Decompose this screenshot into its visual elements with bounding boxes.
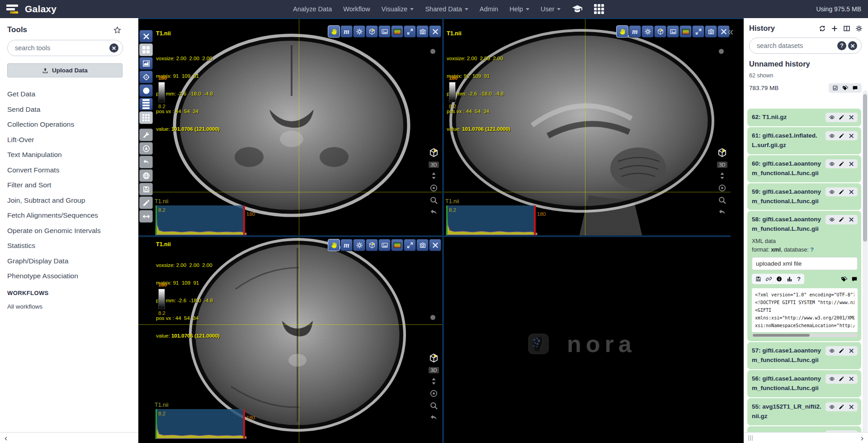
dataset-item-56[interactable]: 56: gifti.case1.aoantonym_functional.L.f…: [747, 370, 861, 397]
display-eye-icon[interactable]: [829, 161, 835, 167]
database-value[interactable]: ?: [810, 247, 814, 253]
display-eye-icon[interactable]: [829, 404, 835, 410]
pan-tool-button[interactable]: [328, 25, 340, 38]
overlay-image-button[interactable]: [378, 25, 391, 38]
chevron-right-icon[interactable]: ›: [861, 433, 863, 443]
dataset-item-57[interactable]: 57: gifti.case1.aoantonym_functional.L.f…: [747, 342, 861, 369]
tool-category-send-data[interactable]: Send Data: [7, 102, 138, 117]
view-3d-button[interactable]: [366, 239, 378, 251]
atlas-globe-button[interactable]: [139, 169, 153, 182]
quota-usage[interactable]: Using 975.5 MB: [816, 5, 861, 13]
scrollbar-thumb[interactable]: [863, 94, 867, 242]
tool-category-phenotype-association[interactable]: Phenotype Association: [7, 268, 138, 284]
edit-pencil-icon[interactable]: [839, 217, 844, 223]
dataset-label[interactable]: 59: gifti.case1.aoantonym_functional.L.f…: [752, 188, 821, 205]
measure-tool-button[interactable]: m: [340, 25, 353, 38]
chevron-left-icon[interactable]: ‹: [5, 433, 7, 443]
dataset-label[interactable]: 61: gifti.case1.inflated.L.surf.gii.gz: [752, 132, 817, 148]
tool-category-filter-and-sort[interactable]: Filter and Sort: [7, 177, 138, 193]
histogram-max-line[interactable]: [243, 409, 245, 439]
dataset-item-60[interactable]: 60: gifti.case1.aoantonym_functional.L.f…: [747, 155, 861, 182]
close-viewer-button[interactable]: [139, 30, 153, 43]
draw-button[interactable]: [139, 196, 153, 209]
menu-user[interactable]: User: [541, 5, 561, 13]
help-question-icon[interactable]: ?: [797, 276, 801, 282]
save-button[interactable]: [139, 183, 153, 195]
dataset-item-61[interactable]: 61: gifti.case1.inflated.L.surf.gii.gz: [747, 127, 861, 154]
dataset-item-58-expanded[interactable]: 58: gifti.case1.aoantonym_functional.L.f…: [747, 211, 861, 341]
menu-help[interactable]: Help: [509, 5, 529, 13]
slice-view-axial[interactable]: T1.nii voxsize: 2.00 2.00 2.00 matrix: 9…: [138, 237, 442, 443]
scrollbar-thumb[interactable]: [753, 334, 810, 337]
edit-pencil-icon[interactable]: [839, 114, 844, 120]
navigate-button[interactable]: [139, 142, 153, 155]
display-eye-icon[interactable]: [829, 133, 835, 139]
measure-tool-button[interactable]: m: [629, 25, 641, 38]
zoom-magnifier-icon[interactable]: [718, 196, 726, 205]
display-eye-icon[interactable]: [829, 189, 835, 195]
slice-updown-icon[interactable]: [429, 171, 438, 180]
history-options-gear-icon[interactable]: [855, 25, 863, 32]
panel-settings-button[interactable]: [353, 25, 365, 38]
3d-badge[interactable]: 3D: [717, 162, 727, 168]
screenshot-button[interactable]: [416, 25, 429, 38]
tool-category-fetch-alignments[interactable]: Fetch Alignments/Sequences: [7, 208, 138, 223]
display-eye-icon[interactable]: [829, 114, 835, 120]
history-collapse-bar[interactable]: ›: [744, 432, 868, 443]
center-target-icon[interactable]: [429, 389, 438, 398]
tool-category-join-subtract-group[interactable]: Join, Subtract and Group: [7, 193, 138, 208]
tools-search-input[interactable]: [7, 40, 123, 56]
fullscreen-button[interactable]: [692, 25, 704, 38]
dataset-annotation[interactable]: uploaded xml file: [752, 257, 858, 270]
dataset-label[interactable]: 57: gifti.case1.aoantonym_functional.L.f…: [752, 347, 821, 363]
crosshair-horizontal[interactable]: [138, 192, 442, 192]
center-target-icon[interactable]: [718, 184, 726, 192]
training-graduation-cap-icon[interactable]: [572, 4, 583, 14]
tool-category-genomic-intervals[interactable]: Operate on Genomic Intervals: [7, 223, 138, 238]
select-items-checkbox-icon[interactable]: [832, 85, 838, 91]
dataset-label[interactable]: 62: T1.nii.gz: [752, 114, 787, 120]
3d-badge[interactable]: 3D: [429, 367, 439, 373]
tags-icon[interactable]: [841, 276, 847, 282]
close-panel-button[interactable]: [429, 239, 441, 251]
collapse-viewer-button[interactable]: «: [727, 26, 733, 37]
intensity-histogram[interactable]: T1.nii 8.2 180: [155, 402, 247, 439]
tool-category-statistics[interactable]: Statistics: [7, 238, 138, 253]
visualize-chart-icon[interactable]: [787, 276, 793, 282]
tool-category-collection-operations[interactable]: Collection Operations: [7, 117, 138, 132]
edit-pencil-icon[interactable]: [839, 404, 844, 410]
tools-collapse-bar[interactable]: ‹: [0, 432, 138, 443]
view-3d-button[interactable]: [366, 25, 378, 38]
zoom-magnifier-icon[interactable]: [429, 196, 438, 205]
display-eye-icon[interactable]: [829, 376, 835, 382]
copy-link-icon[interactable]: [766, 276, 772, 282]
menu-analyze-data[interactable]: Analyze Data: [293, 5, 332, 13]
tool-category-graph-display-data[interactable]: Graph/Display Data: [7, 253, 138, 269]
delete-x-icon[interactable]: [849, 348, 854, 354]
close-panel-button[interactable]: [429, 25, 441, 38]
dataset-item-59[interactable]: 59: gifti.case1.aoantonym_functional.L.f…: [747, 183, 861, 210]
info-tool-button[interactable]: [139, 84, 153, 97]
resize-grip-icon[interactable]: [748, 435, 753, 441]
zoom-magnifier-icon[interactable]: [429, 401, 438, 410]
dataset-peek-xml[interactable]: <?xml version="1.0" encoding="UTF-8"?> <…: [752, 288, 858, 332]
histogram-max-line[interactable]: [534, 205, 536, 235]
histogram-tool-button[interactable]: [139, 57, 153, 70]
screenshot-button[interactable]: [416, 239, 429, 251]
histogram-min-line[interactable]: [156, 205, 157, 235]
crosshair-vertical[interactable]: [585, 19, 585, 235]
cube-3d-icon[interactable]: [429, 353, 439, 363]
dataset-label[interactable]: 55: avg152T1_LR_nifti2.nii.gz: [752, 403, 821, 419]
edit-pencil-icon[interactable]: [839, 133, 844, 139]
annotation-comment-icon[interactable]: [852, 85, 858, 91]
colormap-button[interactable]: [391, 239, 403, 251]
dataset-info-icon[interactable]: [776, 276, 782, 282]
delete-x-icon[interactable]: [849, 189, 854, 195]
swap-views-button[interactable]: [139, 210, 153, 223]
delete-x-icon[interactable]: [849, 404, 854, 410]
empty-view-panel[interactable]: nora: [444, 237, 731, 443]
reset-undo-icon[interactable]: [429, 208, 438, 217]
reset-undo-icon[interactable]: [429, 414, 438, 422]
tool-category-lift-over[interactable]: Lift-Over: [7, 132, 138, 148]
search-help-icon[interactable]: ?: [837, 41, 846, 50]
